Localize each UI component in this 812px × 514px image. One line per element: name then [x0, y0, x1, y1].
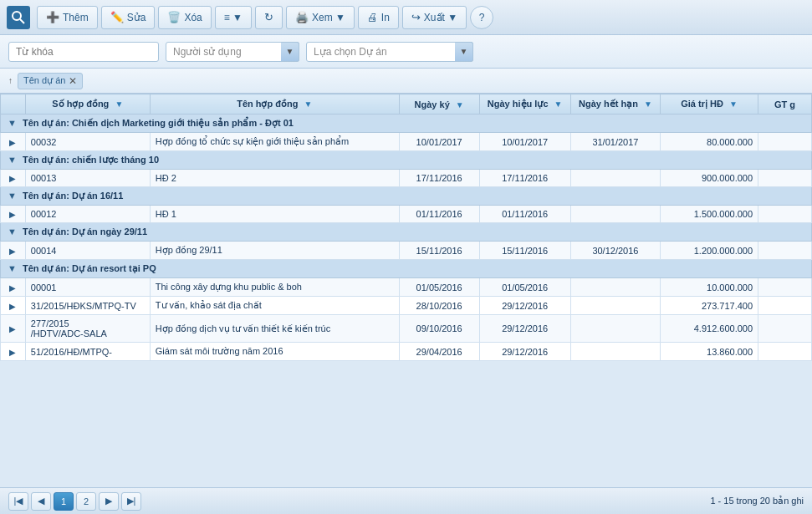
cell-ngay-hieu-luc-4-2: 29/12/2016	[479, 315, 570, 343]
filter-tag-label: Tên dự án	[23, 75, 65, 86]
help-button[interactable]: ?	[470, 6, 493, 29]
them-button[interactable]: ➕ Thêm	[37, 6, 98, 29]
search-bar: Người sử dụng ▼ Lựa chọn Dự án ▼	[0, 35, 812, 69]
filter-icon-ngay-het-han[interactable]: ▼	[644, 99, 652, 109]
cell-gt-g-4-3	[758, 343, 812, 361]
table-row: ▶ 00001 Thi công xây dựng khu public & b…	[1, 278, 812, 297]
menu-button[interactable]: ≡ ▼	[215, 6, 252, 29]
cell-ngay-hieu-luc-4-1: 29/12/2016	[479, 297, 570, 315]
group-title-2: ▼ Tên dự án: Dự án 16/11	[1, 187, 812, 206]
cell-ngay-hieu-luc-0-0: 10/01/2017	[479, 133, 570, 151]
user-select[interactable]: Người sử dụng	[166, 42, 299, 62]
cell-ngay-ky-3-0: 15/11/2016	[399, 242, 479, 260]
th-ngay-ky[interactable]: Ngày ký ▼	[399, 94, 479, 115]
row-expand-1-0[interactable]: ▶	[1, 170, 26, 187]
page-next-button[interactable]: ▶	[99, 492, 119, 511]
xem-button[interactable]: 🖨️ Xem ▼	[286, 6, 355, 29]
toolbar: ➕ Thêm ✏️ Sửa 🗑️ Xóa ≡ ▼ ↻ 🖨️ Xem ▼ 🖨 In…	[0, 0, 812, 35]
table-row: ▶ 31/2015/HĐKS/MTPQ-TV Tư vấn, khảo sát …	[1, 297, 812, 315]
cell-gia-tri-hd-0-0: 80.000.000	[661, 133, 758, 151]
refresh-icon: ↻	[264, 11, 273, 23]
filter-bar: ↑ Tên dự án ✕	[0, 69, 812, 94]
xoa-button[interactable]: 🗑️ Xóa	[158, 6, 211, 29]
row-expand-0-0[interactable]: ▶	[1, 133, 26, 151]
cell-ten-hop-dong-4-2: Hợp đồng dịch vụ tư vấn thiết kế kiến tr…	[150, 315, 399, 343]
filter-icon-gia-tri-hd[interactable]: ▼	[729, 99, 738, 109]
page-last-button[interactable]: ▶|	[121, 492, 141, 511]
group-title-1: ▼ Tên dự án: chiến lược tháng 10	[1, 151, 812, 170]
row-expand-4-0[interactable]: ▶	[1, 278, 26, 297]
cell-ngay-hieu-luc-1-0: 17/11/2016	[479, 170, 570, 187]
cell-ngay-het-han-2-0	[570, 206, 660, 223]
group-expand-3[interactable]: ▼	[8, 226, 17, 237]
cell-ten-hop-dong-4-0: Thi công xây dựng khu public & boh	[150, 278, 399, 297]
group-header-3: ▼ Tên dự án: Dự án ngày 29/11	[1, 223, 812, 242]
th-ngay-hieu-luc[interactable]: Ngày hiệu lực ▼	[479, 94, 570, 115]
cell-ten-hop-dong-0-0: Hợp đồng tổ chức sự kiện giới thiệu sản …	[150, 133, 399, 151]
cell-ngay-het-han-0-0: 31/01/2017	[570, 133, 660, 151]
cell-gia-tri-hd-3-0: 1.200.000.000	[661, 242, 758, 260]
group-title-3: ▼ Tên dự án: Dự án ngày 29/11	[1, 223, 812, 242]
sua-button[interactable]: ✏️ Sửa	[101, 6, 156, 29]
page-2-button[interactable]: 2	[76, 492, 96, 511]
filter-arrow-icon: ↑	[8, 76, 13, 85]
cell-gt-g-4-1	[758, 297, 812, 315]
cell-gia-tri-hd-4-0: 10.000.000	[661, 278, 758, 297]
page-1-button[interactable]: 1	[54, 492, 74, 511]
cell-gt-g-1-0	[758, 170, 812, 187]
page-info: 1 - 15 trong 20 bản ghi	[710, 496, 804, 506]
xuat-button[interactable]: ↪ Xuất ▼	[402, 6, 467, 29]
cell-ngay-het-han-4-0	[570, 278, 660, 297]
table-row: ▶ 00013 HĐ 2 17/11/2016 17/11/2016 900.0…	[1, 170, 812, 187]
filter-icon-ngay-ky[interactable]: ▼	[456, 100, 464, 109]
cell-gia-tri-hd-1-0: 900.000.000	[661, 170, 758, 187]
cell-ten-hop-dong-4-1: Tư vấn, khảo sát địa chất	[150, 297, 399, 315]
row-expand-4-3[interactable]: ▶	[1, 343, 26, 361]
page-prev-button[interactable]: ◀	[31, 492, 51, 511]
cell-ten-hop-dong-4-3: Giám sát môi trường năm 2016	[150, 343, 399, 361]
in-button[interactable]: 🖨 In	[358, 6, 399, 29]
cell-ten-hop-dong-1-0: HĐ 2	[150, 170, 399, 187]
row-expand-3-0[interactable]: ▶	[1, 242, 26, 260]
group-expand-4[interactable]: ▼	[8, 263, 17, 273]
cell-ngay-ky-1-0: 17/11/2016	[399, 170, 479, 187]
group-expand-1[interactable]: ▼	[8, 155, 17, 165]
th-ngay-het-han[interactable]: Ngày hết hạn ▼	[570, 94, 660, 115]
project-select-wrap: Lựa chọn Dự án ▼	[306, 42, 473, 62]
cell-ngay-het-han-1-0	[570, 170, 660, 187]
pagination: |◀ ◀ 1 2 ▶ ▶| 1 - 15 trong 20 bản ghi	[0, 487, 812, 514]
cell-ten-hop-dong-3-0: Hợp đồng 29/11	[150, 242, 399, 260]
app-logo	[7, 6, 30, 29]
th-gia-tri-hd[interactable]: Giá trị HĐ ▼	[661, 94, 758, 115]
search-input[interactable]	[8, 42, 159, 62]
filter-tag-close[interactable]: ✕	[69, 75, 77, 87]
refresh-button[interactable]: ↻	[255, 6, 283, 29]
filter-icon-ngay-hieu-luc[interactable]: ▼	[554, 99, 563, 109]
row-expand-2-0[interactable]: ▶	[1, 206, 26, 223]
group-expand-0[interactable]: ▼	[8, 118, 17, 128]
cell-ngay-het-han-4-3	[570, 343, 660, 361]
table-container[interactable]: Số hợp đồng ▼ Tên hợp đồng ▼ Ngày ký ▼ N…	[0, 94, 812, 487]
cell-so-hop-dong-1-0: 00013	[25, 170, 150, 187]
filter-icon-so-hop-dong[interactable]: ▼	[115, 99, 123, 109]
cell-gia-tri-hd-2-0: 1.500.000.000	[661, 206, 758, 223]
cell-ngay-hieu-luc-3-0: 15/11/2016	[479, 242, 570, 260]
cell-so-hop-dong-4-1: 31/2015/HĐKS/MTPQ-TV	[25, 297, 150, 315]
plus-icon: ➕	[46, 11, 59, 23]
cell-ngay-ky-4-3: 29/04/2016	[399, 343, 479, 361]
group-expand-2[interactable]: ▼	[8, 191, 17, 201]
cell-ngay-ky-2-0: 01/11/2016	[399, 206, 479, 223]
cell-ten-hop-dong-2-0: HĐ 1	[150, 206, 399, 223]
project-select[interactable]: Lựa chọn Dự án	[306, 42, 473, 62]
cell-gt-g-2-0	[758, 206, 812, 223]
th-ten-hop-dong[interactable]: Tên hợp đồng ▼	[150, 94, 399, 115]
cell-ngay-ky-4-0: 01/05/2016	[399, 278, 479, 297]
cell-so-hop-dong-0-0: 00032	[25, 133, 150, 151]
row-expand-4-1[interactable]: ▶	[1, 297, 26, 315]
filter-icon-ten-hop-dong[interactable]: ▼	[304, 99, 312, 109]
th-so-hop-dong[interactable]: Số hợp đồng ▼	[25, 94, 150, 115]
page-first-button[interactable]: |◀	[8, 492, 28, 511]
cell-so-hop-dong-3-0: 00014	[25, 242, 150, 260]
row-expand-4-2[interactable]: ▶	[1, 315, 26, 343]
table-row: ▶ 00012 HĐ 1 01/11/2016 01/11/2016 1.500…	[1, 206, 812, 223]
